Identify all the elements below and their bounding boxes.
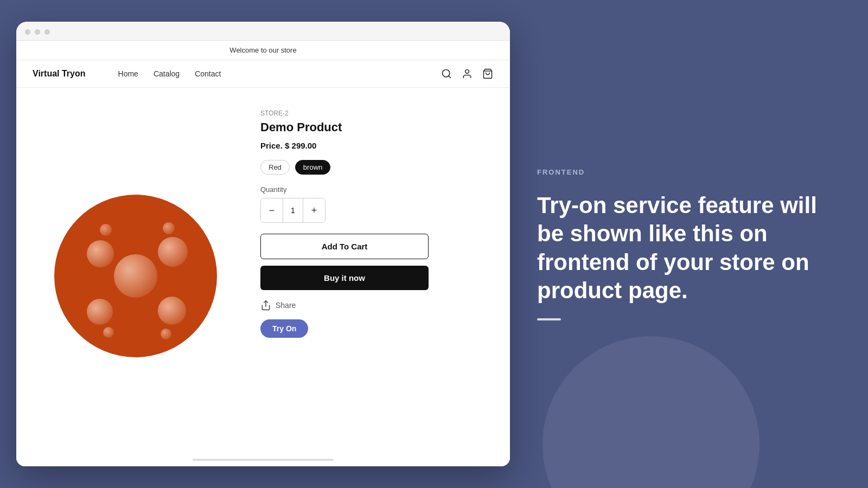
nav-icons [441,68,494,80]
dot-center [114,254,157,298]
cart-icon[interactable] [482,68,494,80]
share-row[interactable]: Share [260,300,494,311]
product-image-container [33,104,239,448]
color-option-brown[interactable]: brown [295,160,330,175]
browser-dot-1 [25,29,30,35]
browser-dot-2 [35,29,40,35]
nav-link-home[interactable]: Home [118,69,138,78]
nav-brand[interactable]: Virtual Tryon [33,69,86,79]
quantity-label: Quantity [260,185,494,194]
panel-divider [537,318,561,320]
nav-links: Home Catalog Contact [118,69,441,78]
share-icon [260,300,271,311]
svg-point-2 [465,70,469,74]
dot-sm-bl [103,327,114,338]
dot-tl [87,240,114,267]
dot-bl [87,299,113,325]
dot-sm-tl [100,224,112,236]
product-sku: STORE-2 [260,110,494,117]
browser-mockup: Welcome to our store Virtual Tryon Home … [16,22,510,466]
browser-dot-3 [44,29,50,35]
svg-line-1 [449,76,451,78]
nav: Virtual Tryon Home Catalog Contact [16,60,510,88]
dot-br [158,297,186,325]
browser-chrome [16,22,510,41]
share-label: Share [276,301,296,310]
product-image [54,195,217,357]
panel-heading: Try-on service feature will be shown lik… [537,191,841,305]
try-on-button[interactable]: Try On [260,319,308,338]
dot-tr [158,237,188,267]
dot-sm-tr [163,222,175,234]
quantity-value: 1 [283,198,303,222]
quantity-control: − 1 + [260,198,326,223]
scrollbar-indicator [193,459,334,461]
announcement-bar: Welcome to our store [16,41,510,60]
product-details: STORE-2 Demo Product Price. $ 299.00 Red… [260,104,494,448]
account-icon[interactable] [461,68,473,80]
quantity-decrease-button[interactable]: − [261,198,283,222]
product-price: Price. $ 299.00 [260,141,494,150]
nav-link-catalog[interactable]: Catalog [154,69,180,78]
nav-link-contact[interactable]: Contact [195,69,221,78]
dot-sm-br [161,329,171,339]
product-area: STORE-2 Demo Product Price. $ 299.00 Red… [16,88,510,459]
product-title: Demo Product [260,120,494,134]
add-to-cart-button[interactable]: Add To Cart [260,234,429,259]
store-content: Welcome to our store Virtual Tryon Home … [16,41,510,466]
right-panel: FRONTEND Try-on service feature will be … [510,136,868,353]
color-option-red[interactable]: Red [260,160,290,175]
quantity-increase-button[interactable]: + [303,198,325,222]
color-options: Red brown [260,160,494,175]
announcement-text: Welcome to our store [229,46,296,54]
buy-now-button[interactable]: Buy it now [260,266,429,290]
search-icon[interactable] [441,68,452,80]
panel-label: FRONTEND [537,168,841,176]
